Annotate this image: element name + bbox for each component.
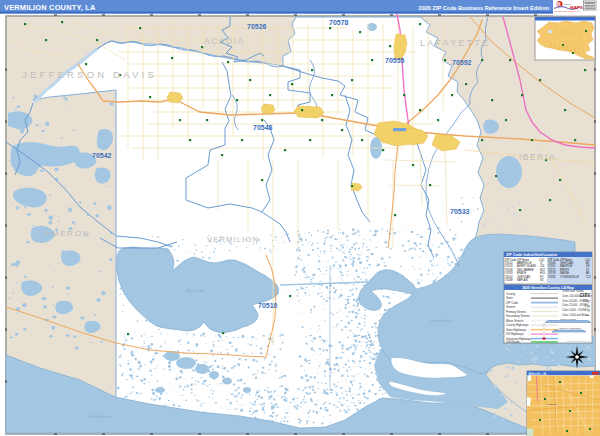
svg-text:Abbeville, LA: Abbeville, LA	[529, 372, 547, 376]
svg-text:Cities 1,000 and Below: Cities 1,000 and Below	[562, 313, 589, 317]
svg-text:CAMERON: CAMERON	[37, 229, 91, 238]
svg-text:ERATH: ERATH	[517, 271, 526, 275]
svg-text:70592: 70592	[548, 275, 556, 279]
svg-text:Abbeville: Abbeville	[547, 403, 557, 406]
svg-text:ZIP Code: ZIP Code	[505, 258, 517, 262]
svg-text:DELCAMBRE: DELCAMBRE	[517, 268, 534, 272]
svg-text:GUEYDAN: GUEYDAN	[560, 261, 573, 265]
svg-text:ABBEVILLE: ABBEVILLE	[517, 261, 532, 265]
svg-text:H10: H10	[540, 271, 545, 275]
svg-text:JEFFERSON DAVIS: JEFFERSON DAVIS	[22, 69, 157, 80]
svg-text:White Lake: White Lake	[186, 289, 204, 293]
svg-text:F3: F3	[540, 275, 544, 279]
svg-text:Scale in Kilometers: Scale in Kilometers	[559, 327, 581, 330]
svg-text:LOC: LOC	[539, 258, 545, 262]
svg-text:Minor Streets: Minor Streets	[506, 319, 524, 323]
svg-text:70555: 70555	[548, 264, 556, 268]
svg-text:City: City	[583, 298, 591, 303]
svg-text:70510: 70510	[505, 261, 513, 265]
svg-text:IBERIA: IBERIA	[519, 152, 556, 162]
svg-text:YOUNGSVILLE: YOUNGSVILLE	[560, 275, 579, 279]
svg-text:70546: 70546	[548, 261, 556, 265]
svg-text:M: M	[557, 2, 561, 7]
svg-text:Toll Roads: Toll Roads	[506, 340, 520, 344]
svg-text:K7: K7	[586, 268, 590, 272]
svg-text:H12: H12	[540, 268, 545, 272]
svg-text:ZIP Code: ZIP Code	[548, 258, 560, 262]
svg-text:GUEYDAN: GUEYDAN	[517, 275, 530, 279]
svg-text:70548: 70548	[505, 278, 513, 282]
svg-text:70510: 70510	[258, 302, 278, 309]
svg-text:J7: J7	[540, 261, 543, 265]
svg-text:70575: 70575	[548, 268, 556, 272]
svg-text:70555: 70555	[385, 57, 405, 64]
svg-text:70542: 70542	[92, 152, 112, 159]
svg-text:2020 ZIP Code Business Referen: 2020 ZIP Code Business Reference Insert …	[419, 5, 550, 11]
svg-text:70526: 70526	[247, 23, 267, 30]
svg-text:Cities 5,000 - 24,999: Cities 5,000 - 24,999	[562, 308, 586, 312]
svg-text:LOC: LOC	[585, 258, 591, 262]
svg-text:C11: C11	[586, 275, 591, 279]
svg-text:70578: 70578	[548, 271, 556, 275]
svg-text:RAYNE: RAYNE	[560, 271, 569, 275]
svg-text:70533: 70533	[450, 208, 470, 215]
svg-text:D8: D8	[586, 264, 590, 268]
svg-text:70578: 70578	[329, 19, 349, 26]
svg-text:B5: B5	[586, 261, 590, 265]
svg-text:KAPLAN: KAPLAN	[517, 278, 528, 282]
svg-text:Streets: Streets	[506, 305, 516, 309]
svg-text:J14: J14	[540, 264, 545, 268]
svg-text:ZIP Name: ZIP Name	[517, 258, 530, 262]
svg-text:State Highways: State Highways	[506, 328, 527, 332]
svg-text:MAURICE: MAURICE	[560, 264, 573, 268]
svg-text:Secondary Streets: Secondary Streets	[506, 314, 530, 318]
svg-text:70533: 70533	[505, 271, 513, 275]
svg-text:a division of the map store in: a division of the map store inc	[555, 10, 580, 12]
svg-text:LAFAYETTE: LAFAYETTE	[420, 38, 490, 48]
svg-text:ZIP Code Index/Grid Locator: ZIP Code Index/Grid Locator	[506, 253, 558, 257]
svg-text:City: City	[584, 304, 590, 308]
svg-text:Primary Streets: Primary Streets	[506, 310, 526, 314]
svg-text:ZIP Code: ZIP Code	[506, 301, 519, 305]
svg-text:Vermilion Bay: Vermilion Bay	[430, 319, 452, 323]
svg-text:70542: 70542	[505, 275, 513, 279]
svg-text:70528: 70528	[505, 268, 513, 272]
svg-text:Gulf of Mexico: Gulf of Mexico	[88, 415, 111, 419]
svg-text:A9: A9	[586, 271, 590, 275]
svg-text:VERMILION: VERMILION	[207, 235, 259, 244]
svg-text:ZIP Name: ZIP Name	[560, 258, 573, 262]
svg-text:70548: 70548	[253, 124, 273, 131]
svg-text:State: State	[506, 296, 513, 300]
svg-text:Scale in Miles: Scale in Miles	[560, 318, 576, 321]
svg-text:G5: G5	[540, 278, 544, 282]
svg-text:County Highways: County Highways	[506, 323, 529, 327]
svg-text:VERMILION COUNTY, LA: VERMILION COUNTY, LA	[4, 3, 96, 12]
svg-text:AVERY ISLAND: AVERY ISLAND	[517, 264, 536, 268]
svg-text:70592: 70592	[452, 59, 472, 66]
svg-text:County: County	[506, 292, 516, 296]
svg-text:Copyright MapSherpa: Copyright MapSherpa	[567, 340, 591, 343]
svg-text:City: City	[585, 308, 590, 312]
svg-text:PERRY: PERRY	[560, 268, 569, 272]
svg-text:US Highways: US Highways	[506, 332, 524, 336]
svg-text:70513: 70513	[505, 264, 513, 268]
svg-text:ACADIA: ACADIA	[204, 36, 245, 46]
